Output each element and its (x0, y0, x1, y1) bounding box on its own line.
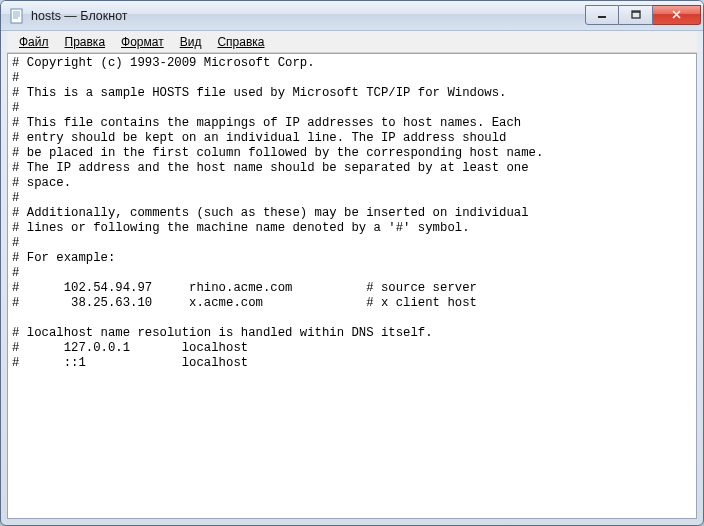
menu-format[interactable]: Формат (113, 33, 172, 51)
window-controls (585, 5, 701, 25)
editor-container: # Copyright (c) 1993-2009 Microsoft Corp… (7, 53, 697, 519)
notepad-window: hosts — Блокнот Файл Правка Формат Вид С… (0, 0, 704, 526)
maximize-icon (631, 10, 641, 20)
close-button[interactable] (653, 5, 701, 25)
titlebar[interactable]: hosts — Блокнот (1, 1, 703, 31)
window-title: hosts — Блокнот (31, 9, 585, 23)
menu-edit[interactable]: Правка (57, 33, 114, 51)
minimize-icon (597, 10, 607, 20)
minimize-button[interactable] (585, 5, 619, 25)
maximize-button[interactable] (619, 5, 653, 25)
text-editor[interactable]: # Copyright (c) 1993-2009 Microsoft Corp… (8, 54, 696, 518)
close-icon (671, 9, 682, 20)
menu-view[interactable]: Вид (172, 33, 210, 51)
menubar: Файл Правка Формат Вид Справка (7, 31, 697, 53)
menu-file[interactable]: Файл (11, 33, 57, 51)
notepad-icon (9, 8, 25, 24)
menu-help[interactable]: Справка (209, 33, 272, 51)
